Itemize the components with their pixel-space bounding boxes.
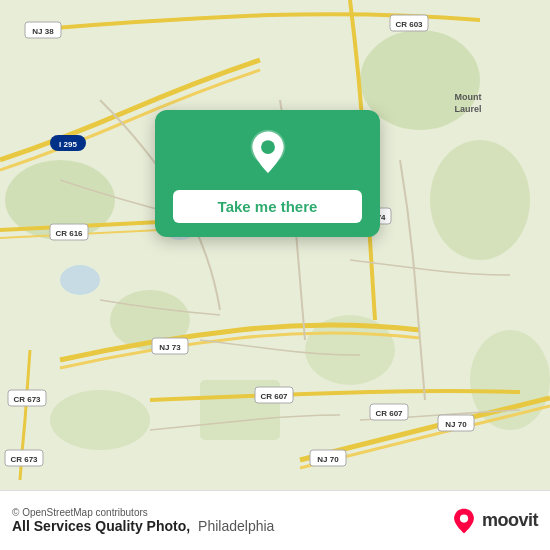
location-pin-icon xyxy=(242,128,294,180)
svg-text:CR 616: CR 616 xyxy=(55,229,83,238)
svg-text:CR 673: CR 673 xyxy=(13,395,41,404)
svg-text:NJ 70: NJ 70 xyxy=(317,455,339,464)
moovit-pin-icon xyxy=(450,507,478,535)
moovit-logo: moovit xyxy=(450,507,538,535)
moovit-text: moovit xyxy=(482,510,538,531)
svg-text:CR 603: CR 603 xyxy=(395,20,423,29)
bottom-bar: © OpenStreetMap contributors All Service… xyxy=(0,490,550,550)
svg-text:CR 607: CR 607 xyxy=(260,392,288,401)
svg-point-38 xyxy=(261,140,275,154)
svg-text:NJ 70: NJ 70 xyxy=(445,420,467,429)
svg-point-6 xyxy=(50,390,150,450)
svg-point-9 xyxy=(60,265,100,295)
svg-point-4 xyxy=(430,140,530,260)
osm-attribution: © OpenStreetMap contributors xyxy=(12,507,148,518)
svg-text:I 295: I 295 xyxy=(59,140,77,149)
svg-text:Laurel: Laurel xyxy=(454,104,481,114)
place-info: © OpenStreetMap contributors All Service… xyxy=(12,507,274,534)
svg-text:CR 673: CR 673 xyxy=(10,455,38,464)
place-name: All Services Quality Photo, Philadelphia xyxy=(12,518,274,534)
take-me-there-button[interactable]: Take me there xyxy=(173,190,362,223)
svg-text:Mount: Mount xyxy=(455,92,482,102)
map-container: NJ 38 I 295 CR 616 CR 674 CR 603 NJ 73 C… xyxy=(0,0,550,490)
svg-text:NJ 38: NJ 38 xyxy=(32,27,54,36)
svg-text:NJ 73: NJ 73 xyxy=(159,343,181,352)
map-background: NJ 38 I 295 CR 616 CR 674 CR 603 NJ 73 C… xyxy=(0,0,550,490)
svg-point-39 xyxy=(460,514,468,522)
svg-text:CR 607: CR 607 xyxy=(375,409,403,418)
location-popup[interactable]: Take me there xyxy=(155,110,380,237)
